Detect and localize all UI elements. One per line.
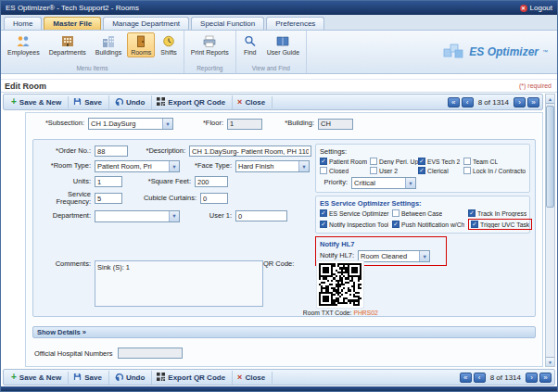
square-feet-input[interactable] — [195, 176, 228, 187]
settings-title: Settings: — [320, 147, 526, 156]
checkbox-box[interactable] — [392, 221, 399, 228]
cubicle-curtains-input[interactable] — [200, 193, 228, 204]
vertical-scrollbar[interactable]: ▲ ▼ — [545, 94, 555, 367]
checkbox-box[interactable] — [468, 209, 476, 217]
chevron-down-icon[interactable]: ▼ — [169, 211, 179, 221]
chevron-down-icon[interactable]: ▼ — [162, 119, 172, 129]
chevron-down-icon[interactable]: ▼ — [298, 161, 309, 171]
checkbox-box[interactable] — [463, 158, 471, 165]
checkbox-trigger-uvc-task[interactable]: Trigger UVC Task — [471, 221, 529, 228]
undo-button-bottom[interactable]: Undo — [109, 371, 152, 385]
description-input[interactable] — [189, 145, 311, 157]
tab-home[interactable]: Home — [4, 17, 42, 30]
required-note: (*) required — [519, 82, 552, 89]
checkbox-box[interactable] — [418, 158, 425, 165]
export-qr-button-bottom[interactable]: Export QR Code — [152, 371, 233, 385]
settings-groupbox: Settings: Patient Room Deny Peri. Upd. E… — [315, 144, 530, 193]
checkbox-user-2[interactable]: User 2 — [370, 167, 418, 174]
scroll-up-arrow[interactable]: ▲ — [546, 95, 554, 104]
checkbox-box[interactable] — [320, 167, 327, 174]
save-button[interactable]: Save — [69, 95, 109, 109]
checkbox-closed[interactable]: Closed — [320, 167, 370, 174]
checkbox-lock-in-contractor[interactable]: Lock In / Contractor — [463, 167, 526, 174]
last-record-button[interactable]: » — [539, 373, 552, 383]
checkbox-box[interactable] — [392, 209, 399, 217]
chevron-down-icon[interactable]: ▼ — [419, 251, 429, 261]
tab-preferences[interactable]: Preferences — [266, 17, 324, 30]
checkbox-deny-peri-upd[interactable]: Deny Peri. Upd. — [370, 158, 418, 165]
buildings-label: Buildings — [95, 49, 121, 56]
checkbox-clerical[interactable]: Clerical — [418, 167, 463, 174]
tab-master-file[interactable]: Master File — [44, 17, 101, 30]
employees-icon — [16, 35, 31, 48]
next-record-button[interactable]: › — [514, 97, 526, 107]
building-label: *Building: — [277, 120, 314, 127]
user-guide-button[interactable]: User Guide — [263, 32, 303, 57]
save-new-button-bottom[interactable]: + Save & New — [6, 372, 69, 384]
floor-input[interactable] — [227, 119, 262, 130]
buildings-button[interactable]: Buildings — [92, 32, 125, 57]
checkbox-box[interactable] — [471, 221, 478, 228]
first-record-button[interactable]: « — [448, 97, 460, 107]
close-label: Close — [245, 98, 265, 107]
scroll-down-arrow[interactable]: ▼ — [546, 357, 554, 366]
buildings-icon — [101, 35, 116, 48]
find-button[interactable]: Find — [239, 32, 261, 57]
save-button-bottom[interactable]: Save — [69, 371, 109, 385]
official-numbers-input[interactable] — [118, 348, 183, 359]
last-record-button[interactable]: » — [527, 97, 539, 107]
tab-manage-department[interactable]: Manage Department — [103, 17, 189, 30]
print-reports-button[interactable]: Print Reports — [187, 32, 233, 57]
logout-button[interactable]: ✕ Logout — [520, 4, 552, 12]
checkbox-track-in-progress[interactable]: Track In Progress — [468, 209, 532, 217]
checkbox-box[interactable] — [320, 158, 327, 165]
employees-button[interactable]: Employees — [4, 32, 44, 57]
prev-record-button[interactable]: ‹ — [462, 97, 474, 107]
shifts-button[interactable]: Shifts — [157, 32, 181, 57]
checkbox-box[interactable] — [463, 167, 471, 174]
checkbox-es-service-optimizer[interactable]: ES Service Optimizer — [320, 209, 392, 217]
checkbox-box[interactable] — [320, 209, 327, 217]
next-record-button[interactable]: › — [526, 373, 538, 383]
checkbox-push-notification[interactable]: Push Notification w/Ch — [392, 219, 468, 230]
first-record-button[interactable]: « — [460, 373, 472, 383]
tab-special-function[interactable]: Special Function — [191, 17, 264, 30]
checkbox-label: Deny Peri. Upd. — [379, 158, 418, 165]
rooms-button[interactable]: Rooms — [127, 32, 155, 57]
building-input[interactable] — [318, 119, 353, 130]
scrollbar-thumb[interactable] — [546, 106, 554, 208]
checkbox-evs-tech-2[interactable]: EVS Tech 2 — [418, 158, 463, 165]
prev-record-button[interactable]: ‹ — [474, 373, 486, 383]
checkbox-between-case[interactable]: Between Case — [392, 209, 468, 217]
department-dropdown[interactable]: ▼ — [95, 210, 180, 222]
service-frequency-input[interactable] — [95, 193, 122, 204]
save-new-button[interactable]: + Save & New — [6, 96, 69, 108]
comments-textarea[interactable]: Sink (S): 1 — [95, 260, 263, 307]
order-no-input[interactable] — [95, 145, 128, 157]
undo-button[interactable]: Undo — [109, 95, 152, 109]
checkbox-team-cl[interactable]: Team CL — [463, 158, 526, 165]
close-button[interactable]: × Close — [233, 96, 273, 108]
checkbox-box[interactable] — [370, 167, 377, 174]
close-button-bottom[interactable]: × Close — [233, 372, 273, 384]
units-input[interactable] — [95, 176, 122, 187]
departments-button[interactable]: Departments — [45, 32, 90, 57]
room-type-dropdown[interactable]: Patient Room, Pri ▼ — [95, 160, 180, 172]
qr-code — [316, 260, 364, 309]
show-details-bar[interactable]: Show Details » — [32, 326, 536, 338]
priority-dropdown[interactable]: Critical ▼ — [351, 177, 416, 189]
user1-input[interactable] — [235, 210, 287, 221]
chevron-down-icon[interactable]: ▼ — [405, 178, 415, 188]
checkbox-patient-room[interactable]: Patient Room — [320, 158, 370, 165]
department-row: Department: ▼ User 1: — [39, 210, 317, 222]
scrollbar-track[interactable] — [546, 104, 554, 357]
checkbox-box[interactable] — [370, 158, 377, 165]
room-type-label: *Room Type: — [39, 162, 91, 170]
subsection-dropdown[interactable]: CH 1.DaySurg ▼ — [88, 118, 173, 130]
export-qr-button[interactable]: Export QR Code — [152, 95, 233, 109]
face-type-dropdown[interactable]: Hard Finish ▼ — [235, 160, 310, 172]
checkbox-notify-inspection-tool[interactable]: Notify Inspection Tool — [320, 219, 392, 230]
checkbox-box[interactable] — [418, 167, 425, 174]
chevron-down-icon[interactable]: ▼ — [169, 161, 179, 171]
checkbox-box[interactable] — [320, 221, 327, 228]
